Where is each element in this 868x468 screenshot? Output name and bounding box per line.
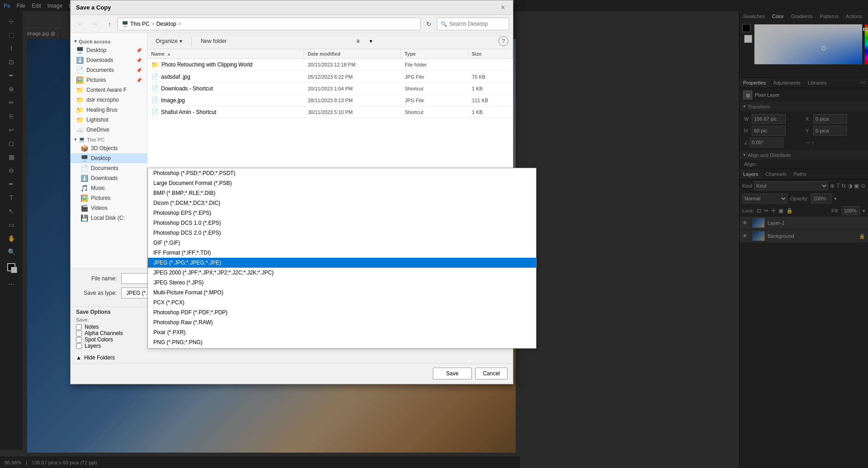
col-size-header[interactable]: Size (468, 49, 513, 58)
file-name-cell-0: 📁 Photo Retouching with Clipping World (147, 59, 304, 71)
sidebar-item-dslr[interactable]: 📁 dslr micropho (71, 95, 147, 105)
notes-checkbox[interactable] (76, 324, 82, 330)
sidebar-item-dslr-label: dslr micropho (86, 97, 119, 103)
sidebar-item-pictures-quick[interactable]: 🖼️ Pictures 📌 (71, 75, 147, 85)
hide-folders-arrow: ▲ (76, 355, 81, 361)
col-name-header[interactable]: Name ▲ (147, 49, 304, 58)
format-item-9[interactable]: JPEG (*.JPG;*.JPEG;*.JPE) (148, 258, 536, 268)
col-name-label: Name (151, 51, 165, 57)
format-item-14[interactable]: Photoshop PDF (*.PDF;*.PDP) (148, 307, 536, 317)
format-item-17[interactable]: PNG (*.PNG;*.PNG) (148, 337, 536, 347)
sidebar-item-local-disk-label: Local Disk (C: (91, 215, 125, 221)
col-size-label: Size (472, 51, 482, 57)
format-item-8[interactable]: IFF Format (*.IFF;*.TDI) (148, 248, 536, 258)
format-item-12[interactable]: Multi-Picture Format (*.MPO) (148, 288, 536, 298)
format-dropdown[interactable]: Photoshop (*.PSD;*.PDD;*.PSDT)Large Docu… (147, 168, 536, 349)
sidebar-item-documents-pc[interactable]: 📄 Documents (71, 163, 147, 173)
format-item-11[interactable]: JPEG Stereo (*.JPS) (148, 278, 536, 288)
desktop-pin-icon: 📌 (136, 48, 142, 53)
this-pc-header[interactable]: ▾ 💻 This PC (71, 135, 147, 143)
file-row-0[interactable]: 📁 Photo Retouching with Clipping World 2… (147, 59, 513, 71)
file-date-4: 30/11/2023 5:10 PM (304, 107, 401, 117)
save-button[interactable]: Save (433, 368, 471, 379)
notes-label: Notes (85, 324, 99, 330)
col-type-header[interactable]: Type (401, 49, 468, 58)
nav-refresh-button[interactable]: ↻ (422, 18, 435, 30)
sidebar-item-desktop-pc[interactable]: 🖥️ Desktop (71, 153, 147, 163)
music-icon: 🎵 (81, 184, 88, 192)
new-folder-label: New folder (201, 38, 227, 44)
format-item-2[interactable]: BMP (*.BMP;*.RLE;*.DIB) (148, 188, 536, 198)
format-item-16[interactable]: Pixar (*.PXR) (148, 327, 536, 337)
format-item-13[interactable]: PCX (*.PCX) (148, 298, 536, 307)
sidebar-item-desktop-quick[interactable]: 🖥️ Desktop 📌 (71, 45, 147, 55)
sidebar-item-videos-label: Videos (91, 205, 107, 211)
local-disk-icon: 💾 (81, 214, 88, 222)
search-input[interactable] (437, 18, 509, 30)
nav-up-button[interactable]: ↑ (103, 18, 116, 30)
nav-forward-button[interactable]: → (89, 18, 101, 30)
file-row-4[interactable]: 📄 Shafiul Amin - Shortcut 30/11/2023 5:1… (147, 106, 513, 118)
desktop-pc-icon: 🖥️ (81, 155, 88, 162)
format-item-3[interactable]: Dicom (*.DCM;*.DC3;*.DIC) (148, 198, 536, 208)
format-item-18[interactable]: Portable Bit Map (*.PBM;*.PGM;*.PPM;*.PN… (148, 347, 536, 349)
new-folder-button[interactable]: New folder (197, 35, 230, 47)
sidebar-item-documents-quick[interactable]: 📄 Documents 📌 (71, 65, 147, 75)
toolbar-separator-1 (191, 37, 192, 46)
cancel-button[interactable]: Cancel (475, 368, 508, 379)
col-type-label: Type (404, 51, 416, 57)
sidebar-item-videos[interactable]: 🎬 Videos (71, 203, 147, 213)
healing-icon: 📁 (76, 106, 84, 113)
sidebar-item-onedrive[interactable]: ☁️ OneDrive (71, 125, 147, 135)
documents-pc-icon: 📄 (81, 165, 88, 172)
sidebar-item-music[interactable]: 🎵 Music (71, 183, 147, 193)
file-size-4: 1 KB (468, 107, 513, 117)
view-toggle-button[interactable]: ≡ (353, 37, 363, 46)
spot-colors-label: Spot Colors (85, 336, 113, 343)
organize-arrow: ▾ (180, 38, 182, 44)
nav-back-button[interactable]: ← (74, 18, 87, 30)
file-row-2[interactable]: 📄 Downloads - Shortcut 20/11/2023 1:04 P… (147, 83, 513, 95)
format-item-5[interactable]: Photoshop DCS 1.0 (*.EPS) (148, 218, 536, 228)
quick-access-header[interactable]: ▾ Quick access (71, 37, 147, 45)
sidebar-item-3d-objects[interactable]: 📦 3D Objects (71, 143, 147, 153)
save-copy-dialog: Save a Copy × ← → ↑ 🖥️ This PC > Desktop… (70, 0, 513, 384)
col-date-header[interactable]: Date modified (304, 49, 401, 58)
format-item-4[interactable]: Photoshop EPS (*.EPS) (148, 208, 536, 218)
sidebar-item-content-aware[interactable]: 📁 Content Aware F (71, 85, 147, 95)
sidebar-item-documents-pc-label: Documents (91, 165, 119, 171)
breadcrumb-desktop[interactable]: Desktop (157, 21, 176, 27)
sidebar-item-3d-label: 3D Objects (91, 145, 118, 151)
organize-button[interactable]: Organize ▾ (152, 35, 186, 47)
spot-colors-row: Spot Colors (76, 336, 123, 343)
save-section-label: Save: (76, 317, 123, 322)
sidebar-item-lightshot[interactable]: 📁 Lightshot (71, 115, 147, 125)
file-row-3[interactable]: 📄 Image.jpg 28/11/2023 8:13 PM JPG File … (147, 95, 513, 106)
3d-objects-icon: 📦 (81, 145, 88, 152)
dslr-icon: 📁 (76, 96, 84, 104)
format-item-10[interactable]: JPEG 2000 (*.JPF;*.JPX;*.JP2;*.J2C;*.J2K… (148, 268, 536, 278)
file-name-4: Shafiul Amin - Shortcut (161, 109, 216, 115)
format-item-7[interactable]: GIF (*.GIF) (148, 238, 536, 248)
dialog-close-button[interactable]: × (498, 3, 508, 12)
file-row-1[interactable]: 📄 asdsdaf .jpg 05/12/2023 6:22 PM JPG Fi… (147, 71, 513, 83)
spot-colors-checkbox[interactable] (76, 337, 82, 343)
sidebar-item-downloads-quick[interactable]: ⬇️ Downloads 📌 (71, 55, 147, 65)
format-item-1[interactable]: Large Document Format (*.PSB) (148, 178, 536, 188)
layers-checkbox[interactable] (76, 343, 82, 349)
sidebar-item-healing[interactable]: 📁 Healing Brus (71, 105, 147, 115)
alpha-channels-checkbox[interactable] (76, 331, 82, 336)
folder-icon: 📁 (151, 61, 159, 68)
sidebar-item-local-disk[interactable]: 💾 Local Disk (C: (71, 213, 147, 223)
format-item-0[interactable]: Photoshop (*.PSD;*.PDD;*.PSDT) (148, 168, 536, 178)
hide-folders-row[interactable]: ▲ Hide Folders (71, 352, 513, 364)
format-item-15[interactable]: Photoshop Raw (*.RAW) (148, 317, 536, 327)
file-date-3: 28/11/2023 8:13 PM (304, 95, 401, 105)
breadcrumb-pc[interactable]: This PC (130, 21, 150, 27)
view-options-button[interactable]: ▾ (366, 37, 375, 46)
format-item-6[interactable]: Photoshop DCS 2.0 (*.EPS) (148, 228, 536, 238)
help-button[interactable]: ? (498, 36, 508, 46)
sidebar-item-pictures-pc[interactable]: 🖼️ Pictures (71, 193, 147, 203)
sidebar-item-downloads-pc[interactable]: ⬇️ Downloads (71, 173, 147, 183)
organize-label: Organize (156, 38, 178, 44)
